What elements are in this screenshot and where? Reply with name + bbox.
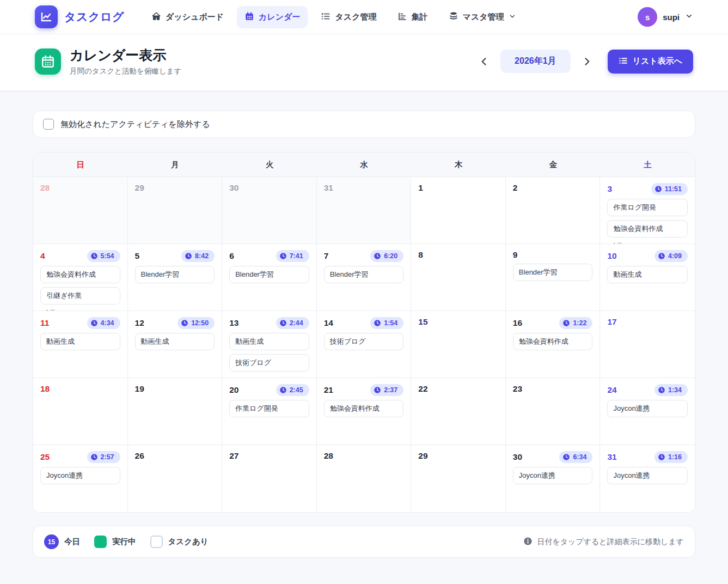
day-cell-16[interactable]: 161:22勉強会資料作成 xyxy=(506,311,601,378)
day-cell-31[interactable]: 311:16Joycon連携 xyxy=(600,445,695,512)
nav-item-calendar[interactable]: カレンダー xyxy=(237,6,308,28)
day-number: 31 xyxy=(607,452,616,462)
task-chip: 動画生成 xyxy=(135,333,215,350)
day-cell-4[interactable]: 45:54勉強会資料作成引継ぎ作業+1件 xyxy=(33,244,128,311)
clock-icon xyxy=(279,386,287,394)
day-cell-19[interactable]: 19 xyxy=(128,378,223,445)
time-badge: 2:37 xyxy=(370,384,403,396)
exclude-disabled-checkbox[interactable] xyxy=(43,119,54,130)
day-cell-25[interactable]: 252:57Joycon連携 xyxy=(33,445,128,512)
next-month-button[interactable] xyxy=(578,53,596,70)
time-badge-value: 1:34 xyxy=(668,386,682,394)
time-badge: 12:50 xyxy=(178,317,215,329)
clock-icon xyxy=(658,252,665,260)
day-cell-28[interactable]: 28 xyxy=(317,445,412,512)
day-number: 8 xyxy=(418,250,423,260)
nav-item-dashboard[interactable]: ダッシュボード xyxy=(144,6,231,28)
day-cell-10[interactable]: 104:09動画生成 xyxy=(600,244,695,311)
task-chip: 作業ログ開発 xyxy=(229,400,309,417)
time-badge: 7:41 xyxy=(276,250,309,262)
time-badge: 8:42 xyxy=(181,250,215,262)
day-cell-18[interactable]: 18 xyxy=(33,378,128,445)
day-number: 3 xyxy=(607,184,612,194)
nav-item-label: マスタ管理 xyxy=(463,12,504,22)
day-number: 29 xyxy=(418,451,427,461)
task-chip: Joycon連携 xyxy=(607,467,688,484)
current-month-button[interactable]: 2026年1月 xyxy=(500,50,571,73)
time-badge-value: 11:51 xyxy=(665,185,682,193)
day-cell-20[interactable]: 202:45作業ログ開発 xyxy=(222,378,317,445)
day-cell-6[interactable]: 67:41Blender学習 xyxy=(222,244,317,311)
day-cell-15[interactable]: 15 xyxy=(411,311,506,378)
day-number: 21 xyxy=(324,385,333,395)
day-number: 7 xyxy=(324,251,329,261)
day-cell-13[interactable]: 132:44動画生成技術ブログ xyxy=(222,311,317,378)
list-view-button[interactable]: リスト表示へ xyxy=(608,50,693,74)
weekday-sat: 土 xyxy=(600,153,695,177)
time-badge-value: 1:16 xyxy=(668,453,682,461)
legend-has-task-swatch xyxy=(150,536,163,548)
weekday-thu: 木 xyxy=(411,153,506,177)
day-cell-9[interactable]: 9Blender学習 xyxy=(506,244,601,311)
page-subtitle: 月間のタスクと活動を俯瞰します xyxy=(70,66,181,76)
day-cell-1[interactable]: 1 xyxy=(411,177,506,244)
time-badge: 11:51 xyxy=(651,183,688,195)
day-cell-22[interactable]: 22 xyxy=(411,378,506,445)
task-chip: Joycon連携 xyxy=(513,467,593,484)
day-cell-30-prev-month[interactable]: 30 xyxy=(222,177,317,244)
weekday-header-row: 日 月 火 水 木 金 土 xyxy=(33,153,695,177)
day-number: 30 xyxy=(229,183,238,193)
clock-icon xyxy=(185,252,192,260)
day-cell-30[interactable]: 306:34Joycon連携 xyxy=(506,445,601,512)
day-cell-28-prev-month[interactable]: 28 xyxy=(33,177,128,244)
clock-icon xyxy=(374,319,381,327)
nav-item-master[interactable]: マスタ管理 xyxy=(441,6,524,28)
brand[interactable]: タスクログ xyxy=(35,5,124,28)
day-number: 26 xyxy=(135,451,144,461)
task-chip: 技術ブログ xyxy=(229,354,309,372)
exclude-disabled-label[interactable]: 無効化されたアクティビティを除外する xyxy=(60,119,210,130)
day-cell-11[interactable]: 114:34動画生成 xyxy=(33,311,128,378)
day-cell-31-prev-month[interactable]: 31 xyxy=(317,177,412,244)
user-menu[interactable]: s supi xyxy=(638,7,693,27)
legend-running-label: 実行中 xyxy=(112,537,136,547)
time-badge: 5:54 xyxy=(87,250,120,262)
chevron-down-icon xyxy=(685,12,693,22)
day-cell-26[interactable]: 26 xyxy=(128,445,223,512)
clock-icon xyxy=(374,252,381,260)
day-cell-27[interactable]: 27 xyxy=(222,445,317,512)
day-cell-5[interactable]: 58:42Blender学習 xyxy=(128,244,223,311)
brand-name: タスクログ xyxy=(64,9,124,25)
bar-chart-icon xyxy=(397,11,407,23)
legend-has-task: タスクあり xyxy=(150,536,209,548)
task-chip: 勉強会資料作成 xyxy=(40,266,120,283)
day-cell-8[interactable]: 8 xyxy=(411,244,506,311)
time-badge: 1:34 xyxy=(654,384,688,396)
day-number: 27 xyxy=(229,451,238,461)
nav-item-tasks[interactable]: タスク管理 xyxy=(313,6,384,28)
clock-icon xyxy=(658,453,665,461)
weekday-fri: 金 xyxy=(506,153,601,177)
day-cell-29[interactable]: 29 xyxy=(411,445,506,512)
day-cell-21[interactable]: 212:37勉強会資料作成 xyxy=(317,378,412,445)
day-number: 6 xyxy=(229,251,234,261)
calendar-icon xyxy=(244,11,254,23)
legend-running: 実行中 xyxy=(94,536,136,548)
nav-item-label: カレンダー xyxy=(259,12,300,22)
time-badge-value: 4:09 xyxy=(668,252,682,260)
day-cell-23[interactable]: 23 xyxy=(506,378,601,445)
day-cell-2[interactable]: 2 xyxy=(506,177,601,244)
day-cell-7[interactable]: 76:20Blender学習 xyxy=(317,244,412,311)
day-cell-3[interactable]: 311:51作業ログ開発勉強会資料作成+1件 xyxy=(600,177,695,244)
prev-month-button[interactable] xyxy=(475,53,493,70)
day-cell-14[interactable]: 141:54技術ブログ xyxy=(317,311,412,378)
day-cell-24[interactable]: 241:34Joycon連携 xyxy=(600,378,695,445)
day-cell-12[interactable]: 1212:50動画生成 xyxy=(128,311,223,378)
list-icon xyxy=(619,56,628,67)
page-title: カレンダー表示 xyxy=(70,46,181,64)
day-cell-17[interactable]: 17 xyxy=(600,311,695,378)
legend-today-label: 今日 xyxy=(64,537,80,547)
nav-item-summary[interactable]: 集計 xyxy=(390,6,436,28)
day-cell-29-prev-month[interactable]: 29 xyxy=(128,177,223,244)
user-name: supi xyxy=(663,13,680,22)
